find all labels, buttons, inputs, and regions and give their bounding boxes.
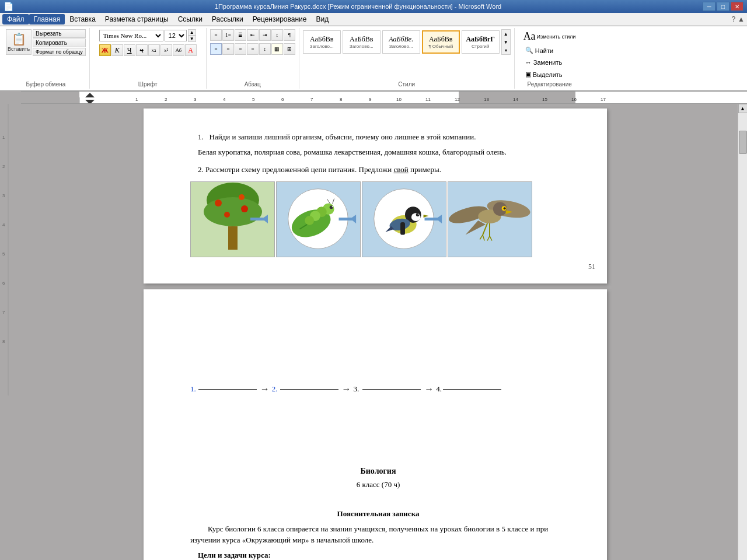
font-color-button[interactable]: А [185, 44, 197, 56]
ruler-inner[interactable]: 1 2 3 4 5 6 7 8 9 10 11 12 13 14 15 16 1… [21, 91, 747, 104]
select-button[interactable]: ▣ Выделить [521, 69, 567, 80]
cut-button[interactable]: Вырезать [33, 29, 86, 38]
font-size-increase[interactable]: ▲ [188, 29, 196, 36]
replace-icon: ↔ [525, 59, 532, 66]
svg-point-37 [239, 194, 245, 200]
chain-blank-1[interactable] [198, 389, 257, 390]
paragraph-label: Абзац [245, 80, 261, 88]
svg-text:9: 9 [369, 97, 372, 102]
italic-button[interactable]: К [111, 44, 123, 56]
paragraph-group: ≡ 1≡ ≣ ⇤ ⇥ ↕ ¶ ≡ ≡ ≡ ≡ ↕ ▦ ⊞ А [207, 28, 299, 89]
clipboard-label: Буфер обмена [26, 80, 65, 88]
scroll-up-button[interactable]: ▲ [738, 104, 748, 113]
menu-insert[interactable]: Вставка [65, 14, 100, 24]
svg-text:5: 5 [2, 251, 5, 257]
scroll-track[interactable] [738, 113, 747, 560]
menu-bar: Файл Главная Вставка Разметка страницы С… [0, 13, 747, 26]
shading-button[interactable]: ▦ [271, 43, 283, 55]
svg-text:11: 11 [425, 97, 431, 102]
svg-point-35 [204, 197, 262, 226]
food-image-hawk [448, 181, 532, 257]
svg-text:7: 7 [2, 310, 5, 315]
vertical-scrollbar[interactable]: ▲ ▼ [738, 104, 747, 560]
paste-button[interactable]: 📋 Вставить [6, 29, 32, 55]
style-heading1[interactable]: АаБбВв Заголово... [303, 30, 341, 54]
chain-line: 1. → 2. → 3. → 4. [190, 383, 566, 396]
menu-view[interactable]: Вид [311, 14, 333, 24]
style-normal[interactable]: АаБбВв ¶ Обычный [422, 30, 460, 54]
style-heading3[interactable]: АаБбВе. Заголово... [382, 30, 420, 54]
change-style-button[interactable]: Аа Изменить стили [521, 29, 578, 44]
superscript-button[interactable]: х² [160, 44, 172, 56]
font-name-select[interactable]: Times New Ro... [99, 30, 163, 41]
menu-file[interactable]: Файл [2, 14, 29, 24]
help-icon[interactable]: ? [731, 15, 735, 23]
show-marks-button[interactable]: ¶ [284, 29, 295, 41]
style-heading2[interactable]: АаБбВв Заголово... [343, 30, 381, 54]
scroll-thumb[interactable] [739, 131, 747, 154]
window-title: 1Программа курсаЛиния Ракурс.docx [Режим… [13, 3, 703, 10]
svg-text:4: 4 [223, 97, 226, 102]
svg-text:15: 15 [542, 97, 547, 102]
borders-button[interactable]: ⊞ [284, 43, 295, 55]
menu-page-layout[interactable]: Разметка страницы [100, 14, 173, 24]
font-size-select[interactable]: 12 [165, 30, 187, 41]
copy-button[interactable]: Копировать [33, 38, 86, 47]
justify-button[interactable]: ≡ [247, 43, 259, 55]
underline-button[interactable]: Ч [124, 44, 135, 56]
svg-point-62 [418, 214, 419, 215]
food-image-caterpillar [276, 181, 361, 257]
align-right-button[interactable]: ≡ [235, 43, 246, 55]
style-strict[interactable]: АаБбВгГ Строгий [462, 30, 500, 54]
maximize-button[interactable]: □ [717, 2, 729, 11]
svg-rect-55 [339, 218, 355, 220]
ribbon-expand-icon[interactable]: ▲ [738, 15, 745, 23]
select-icon: ▣ [525, 71, 531, 78]
edit-label: Редактирование [528, 80, 572, 88]
line-spacing-button[interactable]: ↕ [259, 43, 271, 55]
font-size-decrease[interactable]: ▼ [188, 36, 196, 42]
strikethrough-button[interactable]: ч [136, 44, 148, 56]
svg-text:2: 2 [2, 164, 5, 169]
chain-blank-4[interactable] [443, 389, 501, 390]
svg-text:5: 5 [252, 97, 255, 102]
svg-text:13: 13 [484, 97, 489, 102]
align-left-button[interactable]: ≡ [210, 43, 222, 55]
svg-rect-33 [228, 226, 238, 250]
bullets-button[interactable]: ≡ [210, 29, 222, 41]
svg-text:8: 8 [340, 97, 343, 102]
multilevel-list-button[interactable]: ≣ [235, 29, 246, 41]
increase-indent-button[interactable]: ⇥ [259, 29, 271, 41]
sort-button[interactable]: ↕ [271, 29, 283, 41]
paste-icon: 📋 [12, 32, 26, 46]
menu-home[interactable]: Главная [29, 14, 65, 24]
menu-mailings[interactable]: Рассылки [207, 14, 248, 24]
find-button[interactable]: 🔍 Найти [521, 45, 557, 56]
chain-blank-2[interactable] [280, 389, 338, 390]
bold-button[interactable]: Ж [99, 44, 111, 56]
app-icon: 📄 [4, 2, 13, 11]
svg-text:6: 6 [281, 97, 284, 102]
align-center-button[interactable]: ≡ [222, 43, 234, 55]
format-painter-button[interactable]: Формат по образцу [33, 48, 86, 56]
styles-scroll[interactable]: ▲ ▼ ▾ [501, 29, 511, 55]
change-style-label: Изменить стили [537, 34, 576, 40]
close-button[interactable]: ✕ [731, 2, 743, 11]
menu-references[interactable]: Ссылки [173, 14, 207, 24]
document-area[interactable]: 1. Найди и запиши лишний организм, объяс… [13, 104, 738, 560]
svg-rect-41 [250, 218, 267, 220]
svg-point-39 [241, 205, 248, 212]
menu-review[interactable]: Рецензирование [248, 14, 312, 24]
chain-blank-3[interactable] [362, 389, 421, 390]
decrease-indent-button[interactable]: ⇤ [247, 29, 259, 41]
subscript-button[interactable]: х₂ [148, 44, 160, 56]
note-title: Пояснительная записка [190, 509, 566, 519]
task-1-text: 1. Найди и запиши лишний организм, объяс… [190, 132, 566, 142]
task-1: 1. Найди и запиши лишний организм, объяс… [190, 132, 566, 142]
replace-button[interactable]: ↔ Заменить [521, 57, 566, 68]
svg-text:7: 7 [310, 97, 313, 102]
task-1-list: Белая куропатка, полярная сова, ромашка … [190, 147, 566, 158]
numbering-button[interactable]: 1≡ [222, 29, 234, 41]
text-highlight-button[interactable]: Аб [173, 44, 184, 56]
minimize-button[interactable]: ─ [703, 2, 715, 11]
